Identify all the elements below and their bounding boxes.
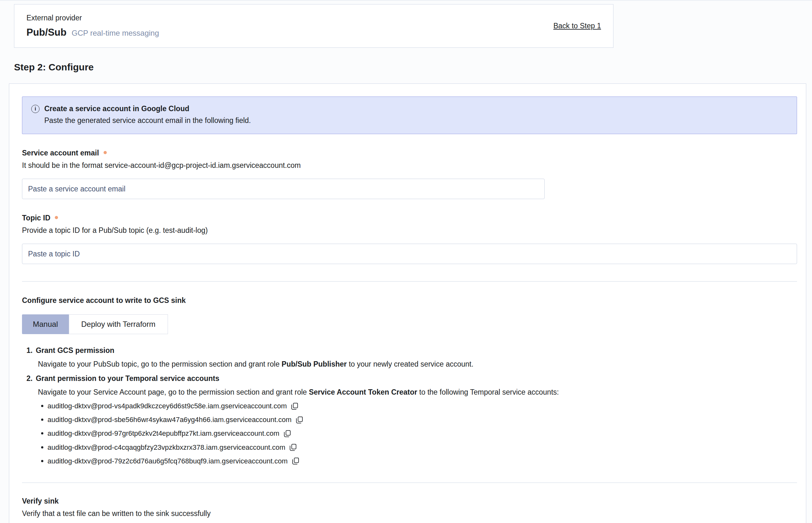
copy-icon[interactable] <box>289 444 297 451</box>
topic-id-input[interactable] <box>22 244 797 264</box>
role-name: Pub/Sub Publisher <box>282 360 347 368</box>
step-body-text: to your newly created service account. <box>347 360 474 368</box>
provider-name-row: Pub/Sub GCP real-time messaging <box>27 27 159 38</box>
provider-info: External provider Pub/Sub GCP real-time … <box>27 14 159 38</box>
service-account-email: auditlog-dktxv@prod-97gr6tp6zkv2t4epubff… <box>48 430 280 438</box>
temporal-service-account-list: auditlog-dktxv@prod-vs4padk9dkczcey6d6st… <box>39 402 797 465</box>
service-account-email: auditlog-dktxv@prod-sbe56h6wr4sykaw47a6y… <box>48 416 292 423</box>
step-title-row: 2. Grant permission to your Temporal ser… <box>27 374 797 383</box>
step-title-row: 1. Grant GCS permission <box>27 346 797 355</box>
copy-icon[interactable] <box>296 416 303 424</box>
info-banner: i Create a service account in Google Clo… <box>22 96 797 134</box>
provider-eyebrow: External provider <box>27 14 159 22</box>
required-indicator-dot <box>104 151 107 154</box>
list-item: auditlog-dktxv@prod-sbe56h6wr4sykaw47a6y… <box>48 415 797 424</box>
copy-icon[interactable] <box>283 430 291 438</box>
copy-icon[interactable] <box>292 457 300 465</box>
step-title: Grant GCS permission <box>36 346 114 355</box>
sink-config-tabs: Manual Deploy with Terraform <box>22 314 797 334</box>
provider-card: External provider Pub/Sub GCP real-time … <box>14 4 614 48</box>
tab-manual[interactable]: Manual <box>22 314 69 334</box>
configure-sink-heading: Configure service account to write to GC… <box>22 296 797 305</box>
service-account-email-description: It should be in the format service-accou… <box>22 161 797 170</box>
step-number: 1. <box>27 346 33 355</box>
verify-sink-description: Verify that a test file can be written t… <box>22 509 797 518</box>
role-name: Service Account Token Creator <box>309 388 417 396</box>
topic-id-label: Topic ID <box>22 214 50 222</box>
provider-tagline: GCP real-time messaging <box>72 29 159 38</box>
required-indicator-dot <box>55 216 58 219</box>
list-item: auditlog-dktxv@prod-c4cqaqgbfzy23vpzkbxz… <box>48 443 797 452</box>
service-account-email-input[interactable] <box>22 179 545 199</box>
verify-sink-heading: Verify sink <box>22 497 797 505</box>
configure-panel: i Create a service account in Google Clo… <box>9 84 806 523</box>
info-banner-title: Create a service account in Google Cloud <box>44 105 189 113</box>
step-grant-gcs-permission: 1. Grant GCS permission Navigate to your… <box>27 346 797 368</box>
service-account-email: auditlog-dktxv@prod-c4cqaqgbfzy23vpzkbxz… <box>48 444 285 451</box>
service-account-email-label: Service account email <box>22 149 99 157</box>
info-banner-title-row: i Create a service account in Google Clo… <box>31 105 788 113</box>
field-label-row: Topic ID <box>22 214 797 222</box>
manual-steps-list: 1. Grant GCS permission Navigate to your… <box>27 346 797 465</box>
field-service-account-email: Service account email It should be in th… <box>22 149 797 199</box>
tab-deploy-with-terraform[interactable]: Deploy with Terraform <box>69 314 168 334</box>
list-item: auditlog-dktxv@prod-97gr6tp6zkv2t4epubff… <box>48 429 797 438</box>
copy-icon[interactable] <box>290 402 299 410</box>
step-body-text: to the following Temporal service accoun… <box>417 388 559 396</box>
step-body: Navigate to your Service Account page, g… <box>38 388 797 397</box>
service-account-email: auditlog-dktxv@prod-79z2c6d76au6g5fcq768… <box>48 457 288 465</box>
field-topic-id: Topic ID Provide a topic ID for a Pub/Su… <box>22 214 797 264</box>
step-grant-temporal-permission: 2. Grant permission to your Temporal ser… <box>27 374 797 465</box>
section-divider <box>22 483 797 483</box>
info-icon: i <box>31 105 39 113</box>
step-number: 2. <box>27 374 33 383</box>
step-body: Navigate to your PubSub topic, go to the… <box>38 360 797 368</box>
back-to-step-1-link[interactable]: Back to Step 1 <box>553 22 601 30</box>
list-item: auditlog-dktxv@prod-vs4padk9dkczcey6d6st… <box>48 402 797 410</box>
section-divider <box>22 281 797 282</box>
step-body-text: Navigate to your Service Account page, g… <box>38 388 309 396</box>
step-title: Grant permission to your Temporal servic… <box>36 374 219 383</box>
page-title: Step 2: Configure <box>14 62 812 73</box>
verify-button-row: Verify <box>22 518 797 523</box>
field-label-row: Service account email <box>22 149 797 157</box>
list-item: auditlog-dktxv@prod-79z2c6d76au6g5fcq768… <box>48 457 797 465</box>
info-banner-body: Paste the generated service account emai… <box>44 116 788 125</box>
provider-name: Pub/Sub <box>27 27 67 38</box>
topic-id-description: Provide a topic ID for a Pub/Sub topic (… <box>22 226 797 235</box>
service-account-email: auditlog-dktxv@prod-vs4padk9dkczcey6d6st… <box>48 402 287 410</box>
step-body-text: Navigate to your PubSub topic, go to the… <box>38 360 282 368</box>
